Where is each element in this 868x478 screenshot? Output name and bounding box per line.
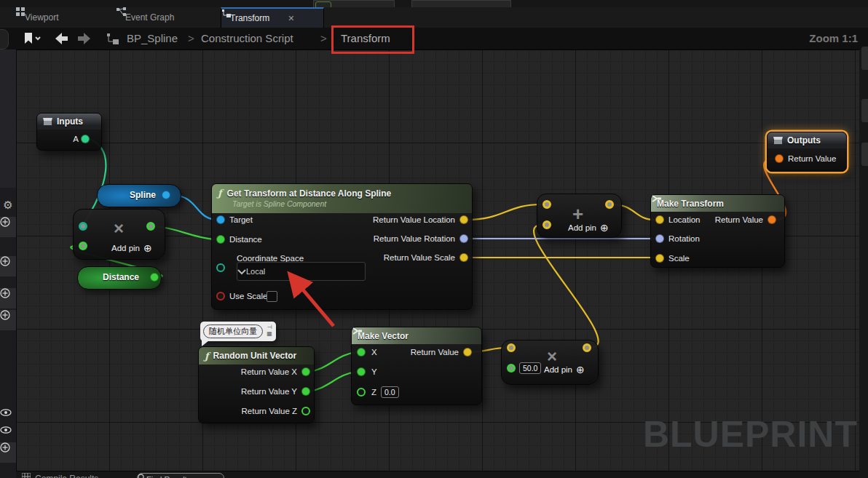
blueprint-editor-window: BLUEPRINT Inputs A Spline × Add pin⊕ <box>0 0 868 478</box>
red-arrow <box>294 279 334 326</box>
red-highlight-box <box>331 25 414 54</box>
annotation-layer <box>0 0 868 478</box>
